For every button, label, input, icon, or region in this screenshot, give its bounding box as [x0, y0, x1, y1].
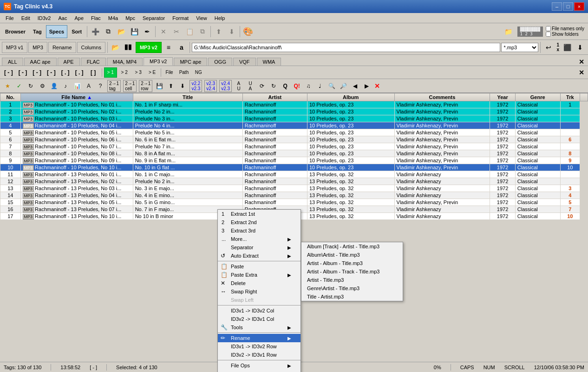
- tab-m4a[interactable]: M4A, MP4: [107, 58, 143, 66]
- table-row[interactable]: 6 MP3Rachmaninoff - 10 Preludes, No 06 i…: [0, 136, 588, 143]
- rotate-icon[interactable]: ⟳: [256, 80, 268, 92]
- Q-icon[interactable]: Q: [280, 80, 291, 92]
- minus-bracket-button[interactable]: [ - ]: [2, 67, 15, 78]
- col-header-comments[interactable]: Comments: [394, 93, 490, 101]
- table-row[interactable]: 11 MP3Rachmaninoff - 13 Preludes, No 01 …: [0, 171, 588, 178]
- ua-icon[interactable]: UA: [245, 80, 256, 92]
- note-icon[interactable]: ♫: [303, 80, 314, 92]
- v23-v24-icon[interactable]: v2.3v2.4: [204, 80, 217, 92]
- menu-file[interactable]: File: [2, 14, 18, 22]
- show-folders-checkbox[interactable]: [546, 32, 551, 37]
- arrow-right-icon[interactable]: ▶: [361, 80, 372, 92]
- settings-icon[interactable]: ⚙: [37, 80, 48, 92]
- close-tag-toolbar-icon[interactable]: ✕: [577, 69, 586, 76]
- col-header-title[interactable]: Title: [133, 93, 242, 101]
- table-row[interactable]: 14 MP3Rachmaninoff - 13 Preludes, No 04 …: [0, 192, 588, 199]
- cm-id3v2-to-v1-row[interactable]: ID3v2 -> ID3v1 Row: [218, 351, 301, 359]
- zoom-in-icon[interactable]: 🔍: [326, 80, 337, 92]
- sm-genre-artist[interactable]: Genre\Artist - Title.mp3: [301, 284, 403, 292]
- au-icon[interactable]: AU: [233, 80, 244, 92]
- minus2-button[interactable]: [ - ]: [30, 67, 44, 78]
- save2-icon[interactable]: 💾: [154, 80, 165, 92]
- menu-edit[interactable]: Edit: [18, 14, 34, 22]
- minus4-button[interactable]: [ . ]: [59, 67, 72, 78]
- folder-right-icon[interactable]: 📁: [503, 26, 515, 38]
- color-icon[interactable]: 🎨: [242, 26, 254, 38]
- eyedropper-icon[interactable]: ✒: [141, 26, 153, 38]
- expand-icon[interactable]: ⬛: [561, 41, 573, 53]
- filenames-only-checkbox[interactable]: [546, 26, 551, 31]
- tab-mpc-ape[interactable]: MPC ape: [174, 58, 207, 66]
- cm-auto-extract[interactable]: ↺Auto Extract ▶: [218, 252, 301, 260]
- col-header-year[interactable]: Year: [490, 93, 515, 101]
- table-row[interactable]: 2 MP3Rachmaninoff - 10 Preludes, No 02 i…: [0, 108, 588, 115]
- menu-help[interactable]: Help: [211, 14, 229, 22]
- tab-aac-ape[interactable]: AAC ape: [24, 58, 57, 66]
- refresh2-icon[interactable]: ↻: [268, 80, 279, 92]
- cm-swap-right[interactable]: ↔Swap Right: [218, 287, 301, 296]
- dot-button[interactable]: [ . ]: [73, 67, 86, 78]
- table-row[interactable]: 3 MP3Rachmaninoff - 10 Preludes, No 03 i…: [0, 115, 588, 122]
- gte-button[interactable]: > E: [146, 67, 159, 78]
- sort-button[interactable]: Sort: [68, 25, 85, 38]
- chart-icon[interactable]: 📊: [72, 80, 83, 92]
- rename-button[interactable]: Rename: [48, 42, 76, 53]
- a-icon[interactable]: a: [176, 41, 188, 53]
- close-icon-toolbar[interactable]: ✕: [372, 82, 382, 90]
- download-icon[interactable]: ⬇: [177, 80, 188, 92]
- col-header-trk[interactable]: Trk: [560, 93, 580, 101]
- tab-mp3v2[interactable]: MP3 v2: [144, 57, 173, 66]
- question-icon[interactable]: ?: [95, 80, 106, 92]
- arrow-left-icon[interactable]: ◀: [349, 80, 360, 92]
- cm-remove-tag[interactable]: Remove Tag: [218, 370, 301, 372]
- copy-icon[interactable]: ⧉: [102, 26, 114, 38]
- col-header-filename[interactable]: File Name ▲: [20, 93, 133, 101]
- zoom-out-icon[interactable]: 🔎: [338, 80, 349, 92]
- menu-id3v2[interactable]: ID3v2: [34, 14, 55, 22]
- menu-separator[interactable]: Separator: [139, 14, 169, 22]
- path-input[interactable]: [192, 43, 501, 52]
- sm-artist-title[interactable]: Artist - Title.mp3: [301, 276, 403, 284]
- v24-v23-icon[interactable]: v2.4v2.3: [219, 80, 232, 92]
- refresh-icon[interactable]: ↻: [25, 80, 36, 92]
- col-header-album[interactable]: Album: [307, 93, 394, 101]
- minimize-button[interactable]: –: [552, 2, 562, 11]
- mp3v2-active-button[interactable]: MP3 v2: [136, 42, 162, 53]
- close-tabs-icon[interactable]: ✕: [577, 58, 586, 66]
- table-row[interactable]: 5 MP3Rachmaninoff - 10 Preludes, No 05 i…: [0, 129, 588, 136]
- sm-album-artist[interactable]: Album\Artist - Title.mp3: [301, 251, 403, 259]
- tab-all[interactable]: ALL: [2, 58, 23, 66]
- menu-aac[interactable]: Aac: [54, 14, 71, 22]
- cm-extract-3rd[interactable]: 3Extract 3rd: [218, 226, 301, 235]
- music-icon[interactable]: ♪: [60, 80, 71, 92]
- menu-ape[interactable]: Ape: [71, 14, 87, 22]
- sm-artist-album-track[interactable]: Artist - Album - Track - Title.mp3: [301, 267, 403, 276]
- person-icon[interactable]: 👤: [48, 80, 59, 92]
- cm-delete[interactable]: ✕Delete: [218, 279, 301, 287]
- columns-button[interactable]: Columns: [77, 42, 105, 53]
- tag-button[interactable]: Tag: [30, 25, 45, 38]
- cm-paste[interactable]: 📋Paste: [218, 262, 301, 271]
- down-icon[interactable]: ⬇: [574, 41, 586, 53]
- cm-id3v2-to-v1-col[interactable]: ID3v2 -> ID3v1 Col: [218, 315, 301, 323]
- tab-flac[interactable]: FLAC: [81, 58, 106, 66]
- cm-tools[interactable]: 🔧Tools ▶: [218, 323, 301, 332]
- v22-v23-icon[interactable]: v2.2v2.3: [189, 80, 202, 92]
- tab-ape[interactable]: APE: [58, 58, 80, 66]
- col-header-genre[interactable]: Genre: [515, 93, 560, 101]
- folder-open-icon[interactable]: 📂: [115, 26, 127, 38]
- mp3-button[interactable]: MP3: [28, 42, 47, 53]
- 2n1-cell-icon[interactable]: 2→1cell: [123, 80, 137, 92]
- table-row[interactable]: 12 MP3Rachmaninoff - 13 Preludes, No 02 …: [0, 178, 588, 185]
- menu-mpc[interactable]: Mpc: [122, 14, 139, 22]
- table-row[interactable]: 9 MP3Rachmaninoff - 10 Preludes, No 09 i…: [0, 157, 588, 164]
- gt1-button[interactable]: > 1: [104, 67, 117, 78]
- cm-id3v1-to-v2-row[interactable]: ID3v1 -> ID3v2 Row: [218, 342, 301, 351]
- upload-icon[interactable]: ⬆: [165, 80, 176, 92]
- 2n1-tag-icon[interactable]: 2→1tag: [107, 80, 121, 92]
- note2-icon[interactable]: ♩: [314, 80, 326, 92]
- folder-browse-icon[interactable]: 📂: [110, 41, 122, 53]
- minus3-button[interactable]: [ - ]: [45, 67, 58, 78]
- cm-paste-extra[interactable]: 📋Paste Extra ▶: [218, 271, 301, 279]
- cm-rename[interactable]: ✏Rename ▶: [218, 334, 301, 342]
